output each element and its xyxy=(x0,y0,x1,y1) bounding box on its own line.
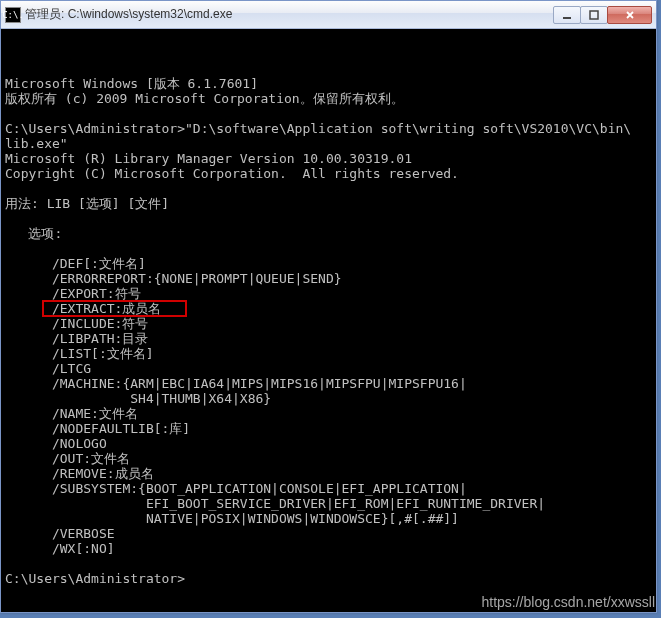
terminal-line: /NODEFAULTLIB[:库] xyxy=(5,421,652,436)
terminal-area[interactable]: Microsoft Windows [版本 6.1.7601]版权所有 (c) … xyxy=(1,29,656,612)
terminal-line xyxy=(5,181,652,196)
terminal-line: /NAME:文件名 xyxy=(5,406,652,421)
terminal-line: Microsoft (R) Library Manager Version 10… xyxy=(5,151,652,166)
terminal-line: 版权所有 (c) 2009 Microsoft Corporation。保留所有… xyxy=(5,91,652,106)
terminal-line: NATIVE|POSIX|WINDOWS|WINDOWSCE}[,#[.##]] xyxy=(5,511,652,526)
terminal-line: /EXTRACT:成员名 xyxy=(5,301,652,316)
terminal-line: EFI_BOOT_SERVICE_DRIVER|EFI_ROM|EFI_RUNT… xyxy=(5,496,652,511)
terminal-line: /ERRORREPORT:{NONE|PROMPT|QUEUE|SEND} xyxy=(5,271,652,286)
terminal-line: /LTCG xyxy=(5,361,652,376)
cmd-icon: C:\. xyxy=(5,7,21,23)
terminal-line: 选项: xyxy=(5,226,652,241)
terminal-line: C:\Users\Administrator> xyxy=(5,571,652,586)
terminal-line: /NOLOGO xyxy=(5,436,652,451)
terminal-line: /EXPORT:符号 xyxy=(5,286,652,301)
window-buttons xyxy=(554,6,652,24)
terminal-line: /LIBPATH:目录 xyxy=(5,331,652,346)
terminal-line: SH4|THUMB|X64|X86} xyxy=(5,391,652,406)
minimize-icon xyxy=(562,10,572,20)
terminal-line: /DEF[:文件名] xyxy=(5,256,652,271)
terminal-line: Copyright (C) Microsoft Corporation. All… xyxy=(5,166,652,181)
terminal-line: 用法: LIB [选项] [文件] xyxy=(5,196,652,211)
terminal-line: /VERBOSE xyxy=(5,526,652,541)
terminal-line: /SUBSYSTEM:{BOOT_APPLICATION|CONSOLE|EFI… xyxy=(5,481,652,496)
terminal-line: C:\Users\Administrator>"D:\software\Appl… xyxy=(5,121,652,136)
terminal-line: Microsoft Windows [版本 6.1.7601] xyxy=(5,76,652,91)
terminal-line xyxy=(5,241,652,256)
svg-rect-1 xyxy=(590,11,598,19)
terminal-line xyxy=(5,106,652,121)
minimize-button[interactable] xyxy=(553,6,581,24)
terminal-line: /OUT:文件名 xyxy=(5,451,652,466)
watermark-text: https://blog.csdn.net/xxwssll xyxy=(481,594,655,610)
terminal-line: /INCLUDE:符号 xyxy=(5,316,652,331)
maximize-button[interactable] xyxy=(580,6,608,24)
terminal-line: /MACHINE:{ARM|EBC|IA64|MIPS|MIPS16|MIPSF… xyxy=(5,376,652,391)
svg-rect-0 xyxy=(563,17,571,19)
terminal-line: /LIST[:文件名] xyxy=(5,346,652,361)
window-title: 管理员: C:\windows\system32\cmd.exe xyxy=(25,6,554,23)
terminal-line: /WX[:NO] xyxy=(5,541,652,556)
close-button[interactable] xyxy=(607,6,652,24)
terminal-line: /REMOVE:成员名 xyxy=(5,466,652,481)
close-icon xyxy=(625,10,635,20)
terminal-line xyxy=(5,211,652,226)
terminal-line: lib.exe" xyxy=(5,136,652,151)
cmd-window: C:\. 管理员: C:\windows\system32\cmd.exe Mi… xyxy=(0,0,657,613)
terminal-line xyxy=(5,556,652,571)
maximize-icon xyxy=(589,10,599,20)
titlebar[interactable]: C:\. 管理员: C:\windows\system32\cmd.exe xyxy=(1,1,656,29)
